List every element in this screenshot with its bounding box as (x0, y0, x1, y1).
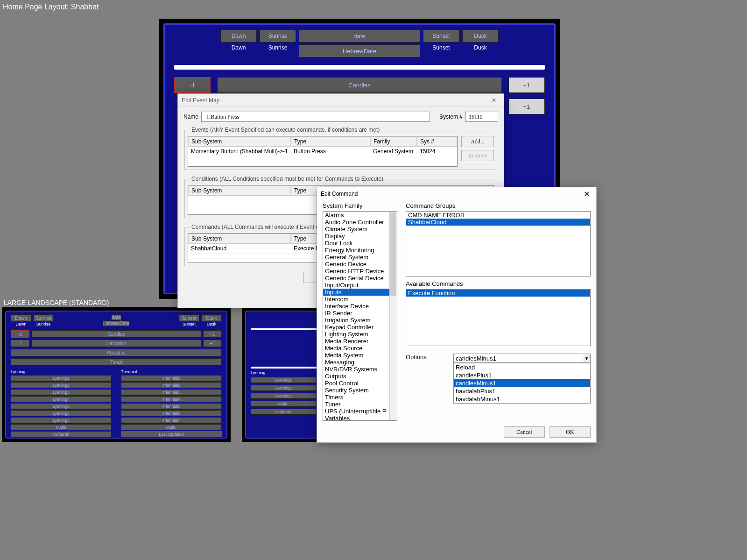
list-item[interactable]: General System (323, 254, 397, 261)
eem-remove-button[interactable]: Remove (461, 150, 494, 161)
available-commands-list[interactable]: Execute Function (406, 289, 591, 346)
list-item[interactable]: Display (323, 233, 397, 240)
command-groups-list[interactable]: CMD NAME ERRORShabbatCloud (406, 211, 591, 276)
cond-col-sub[interactable]: Sub-System (188, 185, 291, 196)
sm-r6[interactable]: Triennial6 (121, 410, 222, 416)
ec-close-button[interactable]: ✕ (580, 189, 592, 199)
list-item[interactable]: Media Renderer (323, 338, 397, 345)
time-sunset-button[interactable]: Sunset (423, 29, 459, 43)
sm-l4[interactable]: Lyening4 (11, 396, 112, 402)
eem-add-button[interactable]: Add... (461, 136, 494, 147)
dropdown-option[interactable]: havdalahPlus1 (454, 387, 590, 395)
sm-torah[interactable]: Torah (11, 358, 222, 366)
list-item[interactable]: Pool Control (323, 380, 397, 387)
list-item[interactable]: Keypad Controller (323, 324, 397, 331)
list-item[interactable]: Tuner (323, 401, 397, 408)
time-dusk-button[interactable]: Dusk (462, 29, 499, 43)
sm-r1[interactable]: Triennial1 (121, 375, 222, 381)
smb-l4[interactable]: Maftir (251, 401, 316, 407)
sm-l8[interactable]: Maftir (11, 424, 112, 430)
eem-name-input[interactable] (201, 112, 430, 122)
sm-minus-2[interactable]: -1 (11, 340, 29, 347)
smb-l2[interactable]: Lyening2 (251, 385, 316, 391)
scrollbar-thumb[interactable] (390, 213, 396, 296)
sm-havdalah[interactable]: Havdalah (31, 340, 201, 347)
list-item[interactable]: Alarms (323, 212, 397, 219)
list-item[interactable]: Timers (323, 394, 397, 401)
sm-sunset[interactable]: Sunset (179, 314, 199, 322)
ec-cancel-button[interactable]: Cancel (504, 426, 545, 438)
sm-l7[interactable]: Lyening7 (11, 417, 112, 423)
sm-candles[interactable]: Candles (31, 330, 201, 338)
dropdown-option[interactable]: candlesPlus1 (454, 371, 590, 379)
list-item[interactable]: Climate System (323, 226, 397, 233)
list-item[interactable]: IR Sender (323, 310, 397, 317)
list-item[interactable]: Messaging (323, 359, 397, 366)
list-item[interactable]: Media System (323, 352, 397, 359)
list-item[interactable]: Energy Monitoring (323, 247, 397, 254)
list-item[interactable]: Execute Function (406, 290, 590, 297)
sm-hebrew[interactable]: HebrewDate (103, 320, 130, 326)
list-item[interactable]: Interface Device (323, 303, 397, 310)
sm-r8[interactable]: Maftir (121, 424, 222, 430)
sm-dawn[interactable]: Dawn (11, 314, 31, 322)
smb-l5[interactable]: Haftarah (251, 409, 316, 415)
list-item[interactable]: Generic HTTP Device (323, 268, 397, 275)
sm-r7[interactable]: Triennial7 (121, 417, 222, 423)
date-button[interactable]: date (299, 29, 420, 43)
eem-events-grid[interactable]: Sub-System Type Family Sys # Momentary B… (188, 136, 458, 167)
time-sunrise-button[interactable]: Sunrise (260, 29, 296, 43)
col-family[interactable]: Family (370, 136, 417, 147)
list-item[interactable]: Generic Device (323, 261, 397, 268)
eem-titlebar[interactable]: Edit Event Map × (178, 94, 504, 107)
eem-close-button[interactable]: × (488, 95, 500, 106)
candles-plus-button[interactable]: +1 (508, 77, 545, 93)
sm-plus-2[interactable]: +1 (203, 340, 222, 347)
sm-sunrise[interactable]: Sunrise (33, 314, 54, 322)
sm-dusk[interactable]: Dusk (201, 314, 222, 322)
list-item[interactable]: Lighting System (323, 331, 397, 338)
ec-titlebar[interactable]: Edit Command ✕ (317, 187, 596, 200)
col-type[interactable]: Type (291, 136, 370, 147)
list-item[interactable]: Security System (323, 387, 397, 394)
sm-r9[interactable]: Last Updated (121, 431, 222, 437)
sm-l5[interactable]: Lyening5 (11, 403, 112, 409)
sm-l3[interactable]: Lyening3 (11, 389, 112, 395)
sm-r2[interactable]: Triennial2 (121, 382, 222, 388)
chevron-down-icon[interactable]: ▼ (583, 354, 590, 362)
hebrew-date-button[interactable]: HebrewDate (299, 44, 420, 57)
sm-l6[interactable]: Lyening6 (11, 410, 112, 416)
list-item[interactable]: Generic Serial Device (323, 275, 397, 282)
list-item[interactable]: Variables (323, 415, 397, 421)
list-item[interactable]: Door Lock (323, 240, 397, 247)
list-item[interactable]: NVR/DVR Systems (323, 366, 397, 373)
sm-parashat[interactable]: Parashat (11, 349, 222, 356)
sm-r3[interactable]: Triennial3 (121, 389, 222, 395)
sm-l2[interactable]: Lyening2 (11, 382, 112, 388)
candles-button[interactable]: Candles (217, 77, 502, 93)
sm-minus-1[interactable]: -1 (11, 330, 29, 338)
list-item[interactable]: CMD NAME ERROR (406, 212, 590, 219)
list-item[interactable]: Input/Output (323, 282, 397, 289)
list-item[interactable]: Audio Zone Controller (323, 219, 397, 226)
dropdown-option[interactable]: Reload (454, 363, 590, 371)
list-item[interactable]: Outputs (323, 373, 397, 380)
list-item[interactable]: UPS (Uninterruptible P (323, 408, 397, 415)
system-family-list[interactable]: AlarmsAudio Zone ControllerClimate Syste… (323, 211, 397, 421)
sm-l1[interactable]: Lyening1 (11, 375, 112, 381)
candles-minus-button[interactable]: -1 (174, 77, 211, 93)
sm-l9[interactable]: Haftarah (11, 431, 112, 437)
list-item[interactable]: ShabbatCloud (406, 219, 590, 226)
family-scrollbar[interactable] (389, 212, 397, 420)
sm-r4[interactable]: Triennial4 (121, 396, 222, 402)
dropdown-option[interactable]: havdalahMinus1 (454, 395, 590, 403)
events-row[interactable]: Momentary Button: (Shabbat Multi)->-1 Bu… (188, 147, 457, 156)
options-dropdown-list[interactable]: ReloadcandlesPlus1candlesMinus1havdalahP… (453, 363, 591, 404)
options-dropdown[interactable]: candlesMinus1 ▼ ReloadcandlesPlus1candle… (453, 354, 591, 363)
cmd-col-sub[interactable]: Sub-System (188, 234, 291, 244)
smb-l1[interactable]: Lyening1 (251, 377, 316, 383)
list-item[interactable]: Irrigation System (323, 317, 397, 324)
eem-system-input[interactable] (465, 112, 498, 122)
ec-ok-button[interactable]: OK (550, 426, 591, 438)
col-sys[interactable]: Sys # (417, 136, 457, 147)
